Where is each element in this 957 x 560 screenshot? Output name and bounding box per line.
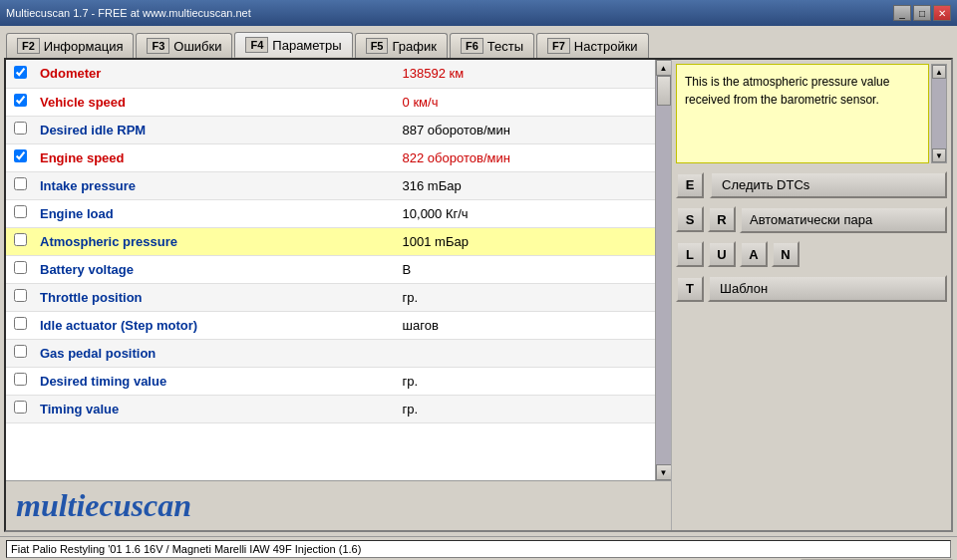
param-value-10 (391, 339, 655, 367)
app-logo: multiecuscan (16, 487, 191, 523)
param-value-12: гр. (391, 395, 655, 422)
status-bar: Fiat Palio Restyling '01 1.6 16V / Magne… (0, 536, 957, 560)
maximize-button[interactable]: □ (913, 5, 931, 21)
param-value-0: 138592 км (391, 60, 655, 88)
tab-settings-label: Настройки (574, 39, 638, 54)
content-area: Odometer138592 кмVehicle speed0 км/чDesi… (4, 58, 953, 532)
param-name-4: Intake pressure (34, 171, 391, 199)
param-name-6: Atmospheric pressure (34, 227, 391, 255)
tab-errors[interactable]: F3 Ошибки (136, 33, 232, 58)
key-u-button[interactable]: U (708, 241, 736, 267)
logo-area: multiecuscan (6, 480, 671, 530)
param-value-1: 0 км/ч (391, 88, 655, 116)
param-checkbox-7[interactable] (6, 255, 34, 283)
params-panel: Odometer138592 кмVehicle speed0 км/чDesi… (6, 60, 672, 530)
param-checkbox-12[interactable] (6, 395, 34, 422)
params-wrapper: Odometer138592 кмVehicle speed0 км/чDesi… (6, 60, 671, 480)
param-value-9: шагов (391, 311, 655, 339)
info-scroll-down[interactable]: ▼ (932, 148, 946, 162)
window-title: Multiecuscan 1.7 - FREE at www.multiecus… (6, 7, 251, 19)
info-scrollbar: ▲ ▼ (931, 64, 947, 163)
follow-dtcs-row: E Следить DTCs (676, 171, 947, 198)
info-box: This is the atmospheric pressure value r… (676, 64, 929, 163)
table-row: Timing valueгр. (6, 395, 655, 422)
param-value-8: гр. (391, 283, 655, 311)
tab-errors-label: Ошибки (173, 39, 221, 54)
tab-graph[interactable]: F5 График (355, 33, 448, 58)
info-scroll-track (932, 79, 946, 148)
param-checkbox-5[interactable] (6, 199, 34, 227)
param-checkbox-3[interactable] (6, 143, 34, 171)
template-row: T Шаблон (676, 275, 947, 302)
table-row: Engine speed822 оборотов/мин (6, 143, 655, 171)
params-table: Odometer138592 кмVehicle speed0 км/чDesi… (6, 60, 655, 423)
table-row: Intake pressure316 mБар (6, 171, 655, 199)
param-checkbox-8[interactable] (6, 283, 34, 311)
param-name-8: Throttle position (34, 283, 391, 311)
param-checkbox-4[interactable] (6, 171, 34, 199)
tab-graph-label: График (392, 39, 436, 54)
param-checkbox-11[interactable] (6, 367, 34, 395)
info-box-container: This is the atmospheric pressure value r… (676, 64, 947, 163)
param-name-3: Engine speed (34, 143, 391, 171)
auto-params-row: S R Автоматически пара (676, 206, 947, 233)
param-value-2: 887 оборотов/мин (391, 116, 655, 143)
tab-information[interactable]: F2 Информация (6, 33, 134, 58)
param-value-5: 10,000 Кг/ч (391, 199, 655, 227)
param-checkbox-2[interactable] (6, 116, 34, 143)
scroll-down-button[interactable]: ▼ (656, 464, 672, 480)
window-controls: _ □ ✕ (893, 5, 951, 21)
follow-dtcs-button[interactable]: Следить DTCs (710, 171, 947, 198)
titlebar: Multiecuscan 1.7 - FREE at www.multiecus… (0, 0, 957, 26)
table-row: Battery voltageВ (6, 255, 655, 283)
menu-bar: F2 Информация F3 Ошибки F4 Параметры F5 … (0, 26, 957, 58)
tab-settings[interactable]: F7 Настройки (536, 33, 649, 58)
tab-information-label: Информация (44, 39, 124, 54)
param-checkbox-6[interactable] (6, 227, 34, 255)
param-value-3: 822 оборотов/мин (391, 143, 655, 171)
tab-parameters[interactable]: F4 Параметры (234, 32, 352, 58)
auto-params-button[interactable]: Автоматически пара (740, 206, 947, 233)
table-row: Desired timing valueгр. (6, 367, 655, 395)
key-n-button[interactable]: N (772, 241, 799, 267)
table-row: Engine load10,000 Кг/ч (6, 199, 655, 227)
param-name-1: Vehicle speed (34, 88, 391, 116)
fkey-f4: F4 (245, 37, 268, 53)
table-row: Gas pedal position (6, 339, 655, 367)
template-button[interactable]: Шаблон (708, 275, 947, 302)
minimize-button[interactable]: _ (893, 5, 911, 21)
tab-tests-label: Тесты (487, 39, 523, 54)
param-checkbox-10[interactable] (6, 339, 34, 367)
param-value-11: гр. (391, 367, 655, 395)
key-l-button[interactable]: L (676, 241, 704, 267)
param-name-2: Desired idle RPM (34, 116, 391, 143)
key-a-button[interactable]: A (740, 241, 768, 267)
fkey-f6: F6 (461, 38, 483, 54)
scrollbar[interactable]: ▲ ▼ (655, 60, 671, 480)
fkey-f2: F2 (17, 38, 40, 54)
template-key-btn[interactable]: T (676, 276, 704, 302)
param-name-12: Timing value (34, 395, 391, 422)
scroll-thumb[interactable] (657, 76, 671, 106)
close-button[interactable]: ✕ (933, 5, 951, 21)
tab-parameters-label: Параметры (272, 38, 341, 53)
scroll-track (656, 76, 672, 464)
param-name-10: Gas pedal position (34, 339, 391, 367)
param-checkbox-9[interactable] (6, 311, 34, 339)
table-row: Throttle positionгр. (6, 283, 655, 311)
param-value-6: 1001 mБар (391, 227, 655, 255)
fkey-f5: F5 (366, 38, 389, 54)
param-checkbox-1[interactable] (6, 88, 34, 116)
key-r-button[interactable]: R (708, 206, 736, 232)
param-name-11: Desired timing value (34, 367, 391, 395)
param-name-0: Odometer (34, 60, 391, 88)
scroll-up-button[interactable]: ▲ (656, 60, 672, 76)
fkey-f3: F3 (147, 38, 169, 54)
param-name-7: Battery voltage (34, 255, 391, 283)
param-name-9: Idle actuator (Step motor) (34, 311, 391, 339)
info-scroll-up[interactable]: ▲ (932, 65, 946, 79)
param-checkbox-0[interactable] (6, 60, 34, 88)
key-s-button[interactable]: S (676, 206, 704, 232)
follow-key-btn[interactable]: E (676, 172, 704, 198)
tab-tests[interactable]: F6 Тесты (450, 33, 534, 58)
